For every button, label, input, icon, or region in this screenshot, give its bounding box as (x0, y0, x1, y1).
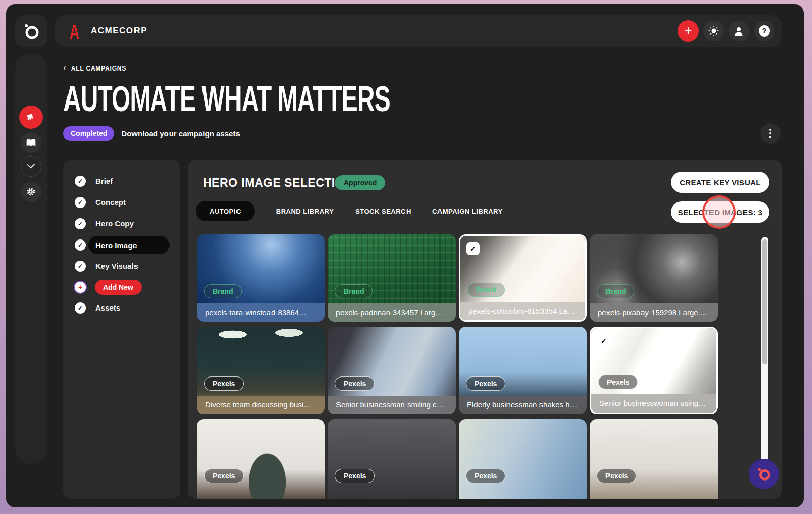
step-assets[interactable]: Assets (95, 303, 120, 312)
step-brief[interactable]: Brief (95, 177, 113, 185)
question-icon: ? (759, 25, 770, 37)
image-card[interactable]: Pexels (590, 419, 718, 499)
plus-icon: + (684, 24, 692, 37)
chevron-down-icon (27, 164, 35, 169)
source-badge: Pexels (466, 376, 505, 391)
breadcrumb-label: ALL CAMPAIGNS (71, 65, 126, 72)
brand-logo-icon: A (70, 21, 79, 43)
gear-icon (26, 187, 36, 197)
add-new-step-button[interactable]: Add New (95, 280, 142, 295)
source-badge: Brand (204, 284, 242, 298)
selected-check-icon: ✓ (466, 242, 480, 255)
image-card[interactable]: Pexels Diverse team discussing busi… (197, 327, 325, 414)
step-check-icon: ✓ (75, 239, 86, 251)
user-account-button[interactable] (729, 21, 749, 41)
image-card[interactable]: Pexels (197, 419, 325, 499)
add-button[interactable]: + (678, 20, 699, 42)
status-row: Completed Download your campaign assets (63, 126, 240, 141)
nav-expand-button[interactable] (21, 156, 41, 177)
step-check-icon: ✓ (75, 218, 86, 229)
image-card[interactable]: Pexels Elderly businessman shakes h… (459, 327, 587, 414)
app-logo[interactable] (15, 15, 47, 47)
image-card[interactable]: Pexels (459, 419, 587, 499)
source-badge: Pexels (335, 376, 375, 391)
autopic-assistant-button[interactable] (749, 459, 779, 489)
source-badge: Pexels (466, 469, 505, 483)
tab-stock-search[interactable]: STOCK SEARCH (355, 208, 411, 215)
tab-campaign-library[interactable]: CAMPAIGN LIBRARY (432, 208, 503, 215)
image-card[interactable]: Pexels (328, 419, 456, 499)
user-icon (734, 26, 744, 36)
breadcrumb[interactable]: ‹ ALL CAMPAIGNS (63, 64, 126, 73)
stock-photo (590, 419, 718, 499)
image-card-selected[interactable]: ✓ Pexels Senior businesswoman using l… (590, 327, 718, 414)
image-card[interactable]: Brand pexels-pixabay-159298 Large.... (590, 234, 718, 322)
image-caption: Elderly businessman shakes h… (459, 396, 587, 414)
nav-campaigns-button[interactable] (19, 106, 43, 129)
page-title: AUTOMATE WHAT MATTERS (63, 78, 390, 119)
image-caption: pexels-padrinan-343457 Larg… (328, 303, 456, 322)
status-badge: Completed (63, 126, 114, 141)
source-badge: Pexels (204, 376, 244, 391)
source-badge: Pexels (597, 469, 636, 483)
help-button[interactable]: ? (754, 21, 774, 41)
annotation-highlight-circle (702, 195, 736, 229)
image-card-selected[interactable]: ✓ Brand pexels-cottonbro-6153354 Lar… (459, 234, 587, 322)
step-check-icon: ✓ (75, 176, 86, 187)
stock-photo (328, 419, 456, 499)
step-key-visuals[interactable]: Key Visuals (95, 262, 138, 270)
source-tabs: AUTOPIC BRAND LIBRARY STOCK SEARCH CAMPA… (196, 201, 503, 221)
step-check-icon: ✓ (75, 261, 86, 272)
image-caption: pexels-cottonbro-6153354 Lar… (460, 302, 585, 320)
source-badge: Pexels (598, 375, 638, 389)
stock-photo (197, 419, 325, 499)
status-text: Download your campaign assets (121, 129, 240, 138)
tab-brand-library[interactable]: BRAND LIBRARY (276, 208, 334, 215)
image-caption: pexels-pixabay-159298 Large.... (590, 303, 718, 322)
image-caption: Senior businessman smiling c… (328, 396, 456, 414)
step-concept[interactable]: Concept (95, 198, 126, 207)
create-key-visual-button[interactable]: CREATE KEY VISUAL (671, 172, 769, 193)
source-badge: Pexels (204, 469, 244, 483)
megaphone-icon (25, 112, 37, 123)
image-card[interactable]: Brand pexels-padrinan-343457 Larg… (328, 234, 456, 322)
autopic-fab-icon (756, 466, 772, 482)
autopic-logo-icon (23, 23, 40, 40)
scrollbar-thumb[interactable] (762, 239, 767, 364)
approved-badge: Approved (335, 175, 385, 190)
panel-heading: HERO IMAGE SELECTION (203, 176, 353, 190)
campaign-menu-button[interactable] (760, 123, 781, 144)
scrollbar-track (761, 237, 768, 483)
source-badge: Pexels (335, 469, 375, 483)
image-caption: Diverse team discussing busi… (197, 396, 325, 414)
hero-image-panel: HERO IMAGE SELECTION Approved CREATE KEY… (188, 160, 782, 499)
nav-settings-button[interactable] (21, 182, 41, 202)
theme-toggle-button[interactable] (703, 21, 724, 41)
image-caption: Senior businesswoman using l… (591, 394, 716, 413)
selected-check-icon: ✓ (597, 334, 611, 348)
steps-panel: ✓ Brief ✓ Concept ✓ Hero Copy ✓ Hero Ima… (63, 160, 180, 499)
image-card[interactable]: Brand pexels-tara-winstead-83864… (197, 234, 325, 322)
image-caption: pexels-tara-winstead-83864… (197, 303, 325, 322)
stock-photo (459, 419, 587, 499)
nav-library-button[interactable] (21, 132, 41, 153)
image-card[interactable]: Pexels Senior businessman smiling c… (328, 327, 456, 414)
kebab-icon (769, 129, 771, 131)
back-chevron-icon: ‹ (63, 62, 67, 73)
sun-icon (708, 26, 719, 36)
step-check-icon: ✓ (75, 197, 86, 208)
add-step-plus-icon: + (75, 282, 86, 293)
tab-autopic[interactable]: AUTOPIC (196, 201, 255, 221)
image-grid: Brand pexels-tara-winstead-83864… Brand … (197, 234, 718, 499)
source-badge: Brand (597, 284, 634, 298)
step-hero-image-active[interactable]: Hero Image (88, 236, 170, 254)
step-hero-copy[interactable]: Hero Copy (95, 219, 134, 228)
source-badge: Brand (335, 284, 373, 298)
nav-rail (15, 53, 47, 464)
book-icon (26, 138, 36, 147)
step-check-icon: ✓ (75, 302, 86, 314)
top-bar: A ACMECORP (55, 15, 782, 47)
app-window: A ACMECORP + ? (6, 4, 804, 507)
source-badge: Brand (467, 283, 505, 297)
brand-name: ACMECORP (91, 26, 147, 36)
